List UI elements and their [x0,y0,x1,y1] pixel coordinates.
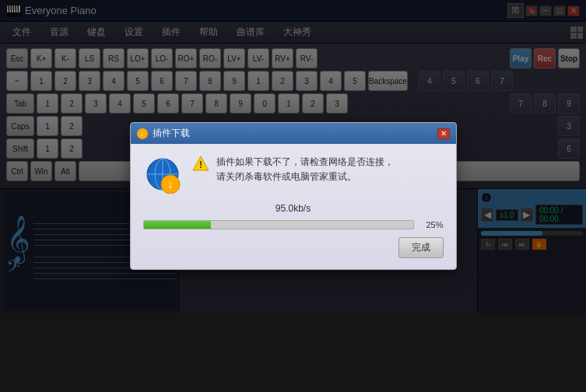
svg-text:!: ! [199,159,202,170]
download-globe-icon: ↓ [143,155,182,194]
modal-title: 插件下载 [153,127,190,140]
modal-title-bar: ↓ 插件下载 ✕ [131,123,456,144]
modal-content-row: ↓ ! 插件如果下载不了，请检查网络是否连接， 请关闭杀毒软件或电脑管家重试。 [143,155,444,194]
complete-button[interactable]: 完成 [398,237,444,258]
modal-close-button[interactable]: ✕ [437,128,450,139]
download-speed: 95.0kb/s [143,203,444,214]
progress-row: 25% [143,220,444,229]
svg-text:↓: ↓ [167,178,173,191]
plugin-download-modal: ↓ 插件下载 ✕ ↓ [130,122,457,270]
progress-bar-fill [144,221,212,229]
modal-button-row: 完成 [143,237,444,258]
progress-percentage: 25% [420,220,444,229]
modal-body: ↓ ! 插件如果下载不了，请检查网络是否连接， 请关闭杀毒软件或电脑管家重试。 [131,144,456,269]
modal-title-icon: ↓ [137,128,148,139]
warning-area: ! 插件如果下载不了，请检查网络是否连接， 请关闭杀毒软件或电脑管家重试。 [191,155,444,184]
modal-overlay: ↓ 插件下载 ✕ ↓ [0,0,586,392]
modal-message: 插件如果下载不了，请检查网络是否连接， 请关闭杀毒软件或电脑管家重试。 [216,155,394,184]
warning-icon: ! [191,155,210,173]
progress-bar [143,220,414,229]
